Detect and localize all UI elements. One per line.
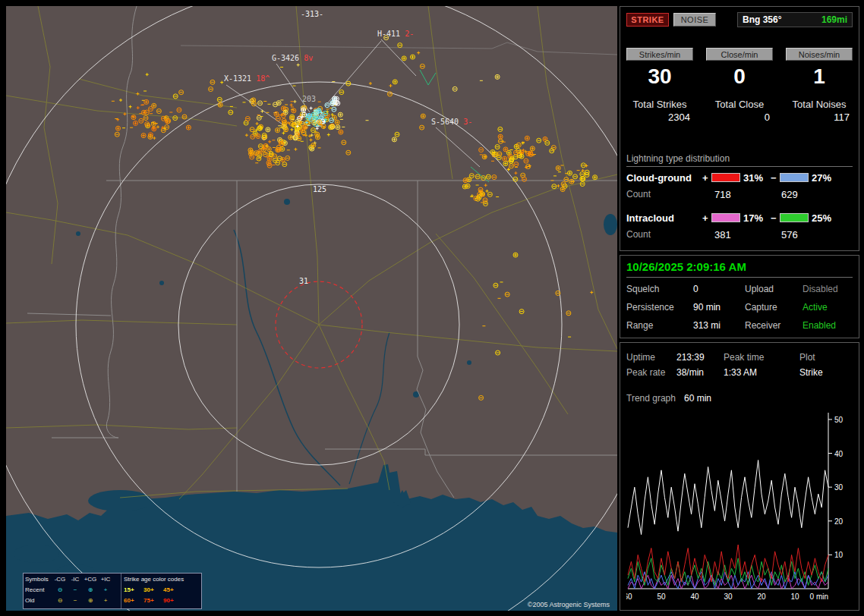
range-value: 313 mi	[693, 320, 745, 331]
capture-status: Active	[803, 302, 828, 313]
cg-minus-bar	[780, 173, 809, 182]
svg-text:125: 125	[313, 185, 326, 193]
copyright-text: ©2005 Astrogenic Systems	[528, 601, 610, 608]
trend-graph-label: Trend graph	[626, 393, 684, 405]
range-label: Range	[626, 320, 693, 331]
squelch-label: Squelch	[626, 284, 693, 294]
cg-plus-pct: 31%	[743, 172, 771, 184]
cg-minus-count: 629	[781, 189, 798, 200]
ic-minus-sign: −	[771, 212, 780, 224]
ic-plus-sign: +	[702, 212, 711, 224]
bearing-distance: 169mi	[821, 14, 847, 25]
ic-minus-count: 576	[781, 229, 798, 240]
svg-text:203: 203	[302, 95, 316, 103]
cg-plus-bar	[711, 173, 740, 182]
legend-old-symbols: ⊖−⊕+	[52, 596, 113, 606]
upload-label: Upload	[745, 284, 803, 294]
cg-plus-sign: +	[702, 172, 711, 184]
legend-recent-symbols: ⊖−⊕+	[52, 585, 113, 596]
map-legend: Symbols -CG-IC+CG+IC Recent ⊖−⊕+ Old ⊖−⊕…	[23, 573, 202, 609]
noises-per-min-button[interactable]: Noises/min	[786, 48, 853, 61]
strikes-per-min-button[interactable]: Strikes/min	[626, 48, 693, 61]
legend-age-title: Strike age color codes	[124, 574, 199, 585]
close-per-min-value: 0	[706, 65, 773, 88]
svg-text:0 min: 0 min	[810, 592, 828, 601]
uptime-label: Uptime	[626, 352, 676, 363]
noise-mode-button[interactable]: NOISE	[673, 13, 716, 27]
svg-text:G-3426 8v: G-3426 8v	[272, 54, 313, 62]
strikes-per-min-value: 30	[626, 65, 693, 88]
svg-text:40: 40	[834, 450, 844, 458]
cg-count-label: Count	[626, 189, 714, 200]
peak-time-label: Peak time	[724, 352, 799, 363]
svg-text:10: 10	[790, 592, 799, 601]
map-canvas: -313-12531X-1321 18^G-3426 8vH-411 2-S-5…	[6, 6, 617, 611]
storm-map[interactable]: -313-12531X-1321 18^G-3426 8vH-411 2-S-5…	[6, 6, 617, 611]
ic-minus-bar	[780, 213, 809, 222]
uptime-value: 213:39	[676, 352, 724, 363]
squelch-value: 0	[693, 284, 745, 294]
datetime-display: 10/26/2025 2:09:16 AM	[626, 260, 853, 278]
trend-window-value: 60 min	[684, 393, 711, 405]
capture-label: Capture	[745, 302, 803, 313]
persistence-label: Persistence	[626, 302, 693, 313]
strike-counters-panel: STRIKE NOISE Bng 356° 169mi Strikes/min …	[620, 6, 859, 251]
svg-text:20: 20	[757, 592, 766, 601]
svg-text:20: 20	[834, 517, 844, 526]
total-noises-label: Total Noises	[786, 99, 853, 110]
plot-label: Plot	[799, 352, 815, 363]
plot-value: Strike	[799, 367, 823, 378]
peak-rate-label: Peak rate	[626, 367, 676, 378]
peak-time-value: 1:33 AM	[724, 367, 799, 378]
svg-text:S-5640 3-: S-5640 3-	[431, 118, 472, 126]
svg-text:10: 10	[834, 551, 844, 559]
legend-old-label: Old	[25, 596, 52, 606]
total-close-label: Total Close	[706, 99, 773, 110]
cg-minus-pct: 27%	[812, 172, 839, 184]
ic-count-label: Count	[626, 229, 714, 240]
ic-plus-bar	[711, 213, 740, 222]
svg-text:60: 60	[626, 592, 632, 601]
peak-rate-value: 38/min	[676, 367, 724, 378]
ic-minus-pct: 25%	[812, 212, 839, 224]
strike-mode-button[interactable]: STRIKE	[626, 13, 669, 27]
ic-plus-pct: 17%	[743, 212, 771, 224]
legend-recent-label: Recent	[25, 585, 52, 596]
svg-text:50: 50	[834, 416, 844, 424]
total-strikes-label: Total Strikes	[626, 99, 693, 110]
legend-column-headers: -CG-IC+CG+IC	[52, 574, 113, 585]
legend-symbols-title: Symbols	[25, 574, 52, 585]
bearing-display: Bng 356° 169mi	[737, 12, 853, 27]
svg-text:30: 30	[724, 592, 733, 601]
total-noises-value: 117	[786, 112, 853, 123]
legend-age-row-2: 60+75+90+	[124, 596, 199, 606]
persistence-value: 90 min	[693, 302, 745, 313]
intracloud-label: Intracloud	[626, 212, 702, 224]
close-per-min-button[interactable]: Close/min	[706, 48, 773, 61]
svg-text:X-1321 18^: X-1321 18^	[224, 74, 270, 83]
total-strikes-value: 2304	[626, 112, 693, 123]
cloud-ground-label: Cloud-ground	[626, 172, 702, 184]
trend-graph: 50403020106050403020100 min	[626, 407, 854, 602]
ic-plus-count: 381	[714, 229, 781, 240]
svg-text:30: 30	[834, 483, 844, 492]
noises-per-min-value: 1	[786, 65, 853, 88]
upload-status: Disabled	[803, 284, 838, 294]
cg-minus-sign: −	[771, 172, 780, 184]
trend-panel: Uptime 213:39 Peak time Plot Peak rate 3…	[620, 342, 859, 611]
bearing-label: Bng 356°	[743, 14, 781, 25]
svg-text:40: 40	[690, 592, 699, 601]
receiver-label: Receiver	[745, 320, 803, 331]
receiver-status: Enabled	[803, 320, 836, 331]
svg-text:-313-: -313-	[301, 10, 323, 18]
status-panel: 10/26/2025 2:09:16 AM Squelch 0 Upload D…	[620, 255, 859, 338]
distribution-heading: Lightning type distribution	[626, 153, 853, 164]
svg-text:31: 31	[299, 277, 308, 285]
svg-text:50: 50	[657, 592, 666, 601]
svg-text:H-411 2-: H-411 2-	[377, 30, 414, 38]
cg-plus-count: 718	[714, 189, 781, 200]
legend-age-row-1: 15+30+45+	[124, 585, 199, 596]
total-close-value: 0	[706, 112, 773, 123]
